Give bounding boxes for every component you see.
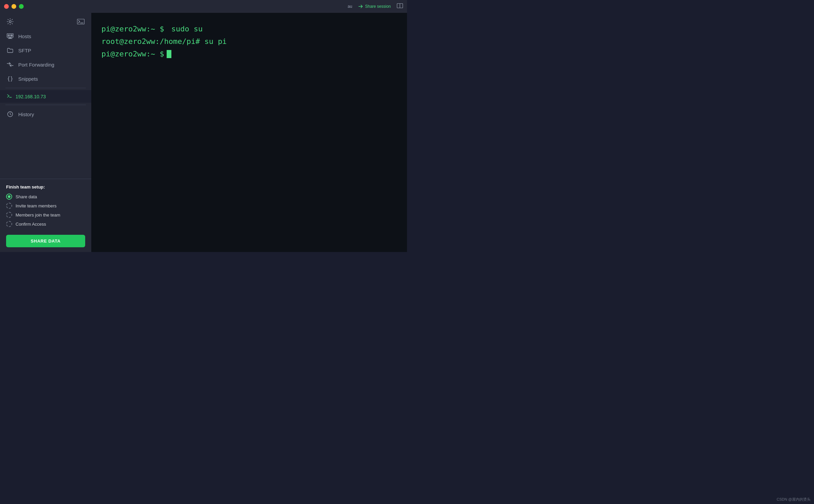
hosts-label: Hosts [18, 33, 31, 39]
snippets-icon: {} [7, 75, 14, 82]
sidebar-top [0, 13, 91, 29]
sidebar-item-port-forwarding[interactable]: Port Forwarding [0, 57, 91, 72]
port-forwarding-icon [7, 61, 14, 68]
sidebar-item-hosts[interactable]: Hosts [0, 29, 91, 43]
share-session-label: Share session [365, 4, 391, 9]
svg-rect-3 [77, 19, 85, 24]
team-setup-title: Finish team setup: [6, 184, 85, 190]
cmd-2: su pi [205, 35, 227, 47]
prompt-3: pi@zero2ww:~ [101, 48, 160, 60]
svg-text:{}: {} [7, 76, 13, 81]
minimize-button[interactable] [11, 4, 16, 9]
sftp-icon [7, 47, 14, 54]
step-label-share-data: Share data [16, 194, 37, 199]
sidebar-item-snippets[interactable]: {} Snippets [0, 72, 91, 86]
sidebar: Hosts SFTP [0, 13, 91, 252]
sftp-label: SFTP [18, 48, 31, 53]
svg-rect-8 [11, 34, 13, 36]
active-session-label: 192.168.10.73 [16, 94, 46, 99]
nav-divider-2 [5, 105, 86, 105]
session-terminal-icon [7, 94, 12, 99]
main-layout: Hosts SFTP [0, 13, 407, 252]
cursor [167, 50, 171, 58]
step-circle-pending-confirm [6, 221, 12, 227]
active-session-item[interactable]: 192.168.10.73 [0, 90, 91, 103]
port-forwarding-label: Port Forwarding [18, 62, 54, 68]
share-session-button[interactable]: Share session [356, 3, 393, 10]
history-icon [7, 111, 14, 118]
svg-rect-6 [8, 34, 9, 36]
settings-button[interactable] [5, 17, 15, 26]
traffic-lights [4, 4, 24, 9]
snippets-label: Snippets [18, 76, 38, 82]
step-label-confirm: Confirm Access [16, 222, 46, 227]
svg-rect-7 [9, 34, 10, 36]
nav-divider [5, 88, 86, 88]
sidebar-item-sftp[interactable]: SFTP [0, 43, 91, 57]
step-circle-pending-join [6, 212, 12, 218]
titlebar-right: au Share session [348, 3, 403, 10]
terminal-area[interactable]: pi@zero2ww:~ $ sudo su root@zero2ww:/hom… [91, 13, 407, 252]
setup-step-share-data: Share data [6, 194, 85, 200]
setup-step-join: Members join the team [6, 212, 85, 218]
prompt-2: root@zero2ww:/home/pi# [101, 35, 205, 47]
setup-step-confirm: Confirm Access [6, 221, 85, 227]
hosts-icon [7, 33, 14, 40]
step-label-invite: Invite team members [16, 203, 56, 208]
dollar-3: $ [160, 48, 164, 60]
cmd-1: sudo su [167, 23, 202, 35]
share-data-button[interactable]: SHARE DATA [6, 235, 85, 247]
terminal-line-1: pi@zero2ww:~ $ sudo su [101, 23, 397, 35]
step-circle-pending-invite [6, 203, 12, 209]
sidebar-nav: Hosts SFTP [0, 29, 91, 179]
dollar-1: $ [160, 23, 164, 35]
step-label-join: Members join the team [16, 212, 60, 218]
svg-point-2 [9, 21, 11, 23]
history-label: History [18, 111, 34, 117]
terminal-line-3: pi@zero2ww:~ $ [101, 48, 397, 60]
step-circle-completed [6, 194, 12, 200]
setup-step-invite: Invite team members [6, 203, 85, 209]
team-setup-section: Finish team setup: Share data Invite tea… [0, 179, 91, 252]
maximize-button[interactable] [19, 4, 24, 9]
layout-icon[interactable] [397, 3, 403, 9]
user-badge: au [348, 4, 352, 9]
sidebar-item-history[interactable]: History [0, 107, 91, 121]
close-button[interactable] [4, 4, 9, 9]
prompt-1: pi@zero2ww:~ [101, 23, 160, 35]
share-arrow-icon [358, 5, 363, 8]
titlebar: au Share session [0, 0, 407, 13]
terminal-line-2: root@zero2ww:/home/pi# su pi [101, 35, 397, 47]
new-terminal-button[interactable] [76, 18, 86, 26]
